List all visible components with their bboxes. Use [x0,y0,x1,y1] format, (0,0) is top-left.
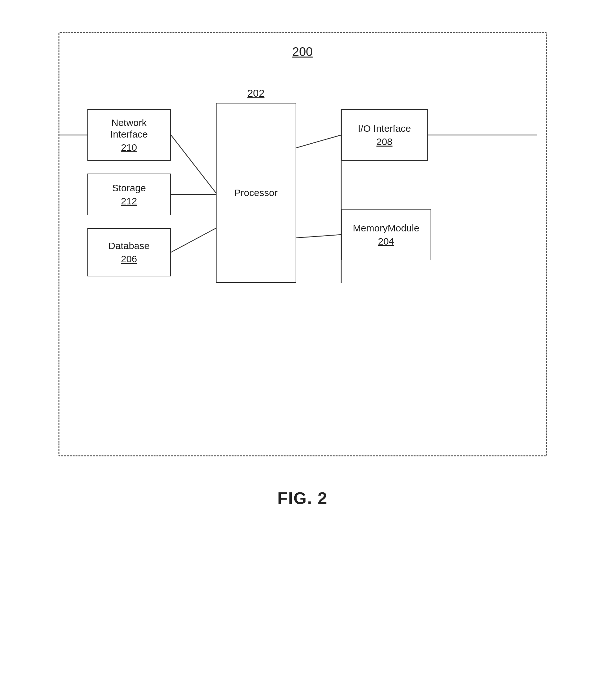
io-interface-label: I/O Interface [358,123,411,134]
memory-module-number: 204 [378,236,394,247]
storage-box: Storage 212 [87,174,171,215]
svg-line-1 [171,135,216,193]
network-interface-number: 210 [121,142,137,153]
processor-label: Processor [234,187,278,199]
database-number: 206 [121,254,137,265]
figure-label: FIG. 2 [277,489,327,508]
storage-number: 212 [121,196,137,207]
memory-module-label: MemoryModule [353,222,419,234]
storage-label: Storage [112,182,146,194]
network-interface-box: NetworkInterface 210 [87,109,171,161]
diagram-container: 200 NetworkInterface 210 Storage 212 Dat… [46,19,560,469]
memory-module-box: MemoryModule 204 [341,209,431,260]
processor-box: 202 Processor [216,103,296,283]
io-interface-number: 208 [376,136,392,147]
io-interface-box: I/O Interface 208 [341,109,428,161]
network-interface-label: NetworkInterface [110,117,148,140]
svg-line-4 [296,135,341,148]
database-label: Database [108,240,149,252]
database-box: Database 206 [87,228,171,276]
processor-number: 202 [247,88,264,99]
svg-line-5 [296,234,341,238]
svg-line-3 [171,228,216,252]
